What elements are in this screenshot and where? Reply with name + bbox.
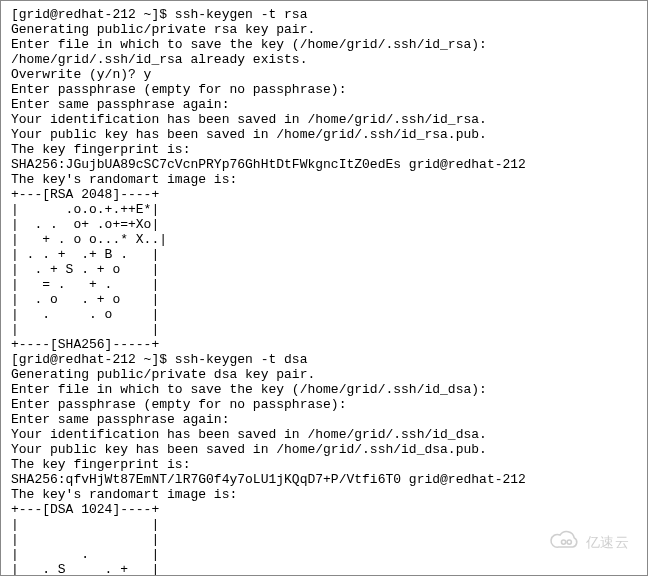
terminal-line: +---[RSA 2048]----+ [11,187,637,202]
terminal-line: | | [11,322,637,337]
terminal-line: Enter file in which to save the key (/ho… [11,382,637,397]
terminal-line: [grid@redhat-212 ~]$ ssh-keygen -t rsa [11,7,637,22]
terminal-line: | .o.o.+.++E*| [11,202,637,217]
terminal-line: Your public key has been saved in /home/… [11,442,637,457]
terminal-line: | | [11,532,637,547]
terminal-line: Overwrite (y/n)? y [11,67,637,82]
terminal-line: Enter file in which to save the key (/ho… [11,37,637,52]
terminal-line: | . . o | [11,307,637,322]
terminal-line: | . . o+ .o+=+Xo| [11,217,637,232]
terminal-line: SHA256:JGujbUA89cSC7cVcnPRYp76GhHtDtFWkg… [11,157,637,172]
terminal-line: Enter passphrase (empty for no passphras… [11,82,637,97]
terminal-line: /home/grid/.ssh/id_rsa already exists. [11,52,637,67]
terminal-line: | + . o o...* X..| [11,232,637,247]
terminal-output: [grid@redhat-212 ~]$ ssh-keygen -t rsa G… [11,7,637,576]
terminal-line: Generating public/private rsa key pair. [11,22,637,37]
terminal-line: The key's randomart image is: [11,172,637,187]
terminal-line: [grid@redhat-212 ~]$ ssh-keygen -t dsa [11,352,637,367]
terminal-line: | = . + . | [11,277,637,292]
terminal-line: The key's randomart image is: [11,487,637,502]
terminal-line: SHA256:qfvHjWt87EmNT/lR7G0f4y7oLU1jKQqD7… [11,472,637,487]
terminal-line: | . | [11,547,637,562]
terminal-line: | . S . + | [11,562,637,576]
terminal-line: | . + S . + o | [11,262,637,277]
terminal-line: The key fingerprint is: [11,142,637,157]
terminal-line: Generating public/private dsa key pair. [11,367,637,382]
terminal-line: +----[SHA256]-----+ [11,337,637,352]
terminal-line: | | [11,517,637,532]
terminal-line: Enter same passphrase again: [11,412,637,427]
terminal-line: Your identification has been saved in /h… [11,427,637,442]
terminal-line: +---[DSA 1024]----+ [11,502,637,517]
terminal-line: | . o . + o | [11,292,637,307]
terminal-line: | . . + .+ B . | [11,247,637,262]
terminal-line: Your identification has been saved in /h… [11,112,637,127]
terminal-line: Your public key has been saved in /home/… [11,127,637,142]
terminal-line: The key fingerprint is: [11,457,637,472]
terminal-line: Enter passphrase (empty for no passphras… [11,397,637,412]
terminal-line: Enter same passphrase again: [11,97,637,112]
